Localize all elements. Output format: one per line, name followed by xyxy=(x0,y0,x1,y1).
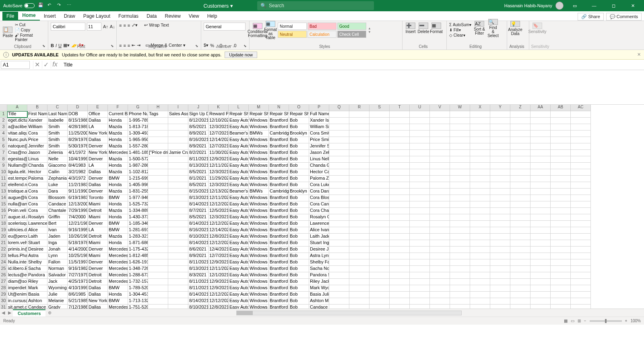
cell[interactable] xyxy=(430,195,450,201)
cell[interactable]: Bob xyxy=(289,266,309,272)
column-header[interactable]: G xyxy=(128,105,148,111)
cell[interactable]: Easy Auto xyxy=(229,137,249,143)
column-header[interactable]: T xyxy=(390,105,410,111)
cell[interactable]: 8/14/2021 xyxy=(188,292,208,298)
cell[interactable] xyxy=(329,227,349,234)
cell[interactable]: 12/13/202 xyxy=(208,189,229,195)
cell[interactable] xyxy=(490,189,510,195)
cell[interactable] xyxy=(510,247,530,253)
cell[interactable]: nulla@am xyxy=(7,201,27,208)
cell[interactable] xyxy=(510,227,530,234)
align-middle-icon[interactable]: ≡ xyxy=(123,23,126,28)
cell[interactable]: Melanie xyxy=(47,298,68,305)
cell[interactable] xyxy=(390,285,410,292)
cell[interactable] xyxy=(390,227,410,234)
cell[interactable] xyxy=(470,221,490,227)
cell[interactable] xyxy=(148,285,168,292)
align-bottom-icon[interactable]: ≡ xyxy=(128,23,130,28)
tab-formulas[interactable]: Formulas xyxy=(114,12,142,21)
cell[interactable]: Easy Auto xyxy=(229,279,249,285)
cell[interactable]: Bob xyxy=(289,285,309,292)
cell[interactable] xyxy=(329,137,349,143)
message-close-icon[interactable]: ✕ xyxy=(637,52,641,57)
cell[interactable] xyxy=(369,305,390,309)
cell[interactable]: Mercedes xyxy=(108,150,128,156)
cell[interactable]: Stuart Inga xyxy=(309,240,329,247)
cell[interactable]: Miami xyxy=(88,214,108,221)
cell[interactable] xyxy=(470,150,490,156)
cell[interactable]: primis.in@ xyxy=(7,247,27,253)
cell[interactable] xyxy=(168,279,188,285)
cell[interactable] xyxy=(168,292,188,298)
cell[interactable] xyxy=(329,195,349,201)
cell[interactable]: Brantford xyxy=(269,305,289,309)
cell[interactable] xyxy=(329,201,349,208)
cell[interactable]: Xander xyxy=(27,118,47,124)
cell[interactable]: Easy Auto xyxy=(229,305,249,309)
cell[interactable] xyxy=(510,234,530,240)
cell[interactable]: Bob xyxy=(289,305,309,309)
cell[interactable]: BMWs xyxy=(249,131,269,137)
cell[interactable] xyxy=(510,285,530,292)
cell[interactable]: Bob xyxy=(289,124,309,131)
cell[interactable]: 1-405-998-9987 xyxy=(128,182,148,189)
cell[interactable] xyxy=(390,253,410,259)
cell[interactable] xyxy=(349,259,369,266)
cell[interactable]: Mazda xyxy=(108,208,128,214)
cell[interactable]: 1-281-691-4010 xyxy=(128,227,148,234)
cell[interactable]: Ashton Melanie xyxy=(309,298,329,305)
cell[interactable] xyxy=(551,221,571,227)
cell[interactable]: Proin.veli xyxy=(7,208,27,214)
cell[interactable]: Windows xyxy=(249,182,269,189)
cell[interactable]: Brantford xyxy=(269,227,289,234)
cell[interactable]: 1-283-321-7855 xyxy=(128,234,148,240)
cell[interactable]: Ut@enimi xyxy=(7,292,27,298)
cell[interactable]: Windows xyxy=(249,272,269,279)
cell[interactable]: natoque@ xyxy=(7,143,27,150)
cell[interactable] xyxy=(390,234,410,240)
cell[interactable] xyxy=(551,163,571,169)
cell[interactable]: Candace xyxy=(47,201,68,208)
cell[interactable] xyxy=(369,182,390,189)
column-header[interactable]: L xyxy=(229,105,249,111)
cell[interactable] xyxy=(470,201,490,208)
cell[interactable]: Bob xyxy=(289,279,309,285)
cell[interactable]: Dallas xyxy=(88,137,108,143)
cell[interactable]: 8/11/2021 xyxy=(188,156,208,163)
cell[interactable] xyxy=(430,240,450,247)
cell[interactable] xyxy=(470,156,490,163)
cell[interactable]: Brantford xyxy=(269,253,289,259)
cell[interactable]: Paloma Zephania xyxy=(309,176,329,182)
cell[interactable]: 12/12/202 xyxy=(208,201,229,208)
cell[interactable]: Dallas xyxy=(88,292,108,298)
column-header[interactable]: N xyxy=(269,105,289,111)
cell[interactable]: 7/27/1979 xyxy=(68,272,88,279)
tab-home[interactable]: Home xyxy=(18,11,39,21)
cell[interactable]: Mercedes xyxy=(108,266,128,272)
cell[interactable]: Lawrence Bert xyxy=(309,221,329,227)
cell[interactable] xyxy=(329,208,349,214)
cell[interactable]: Julie xyxy=(47,292,68,298)
cell[interactable]: tellus.Pha xyxy=(7,253,27,259)
cell[interactable] xyxy=(410,195,430,201)
minimize-icon[interactable]: — xyxy=(586,0,602,11)
cell[interactable] xyxy=(410,253,430,259)
cell[interactable]: Mercedes xyxy=(108,305,128,309)
cell[interactable] xyxy=(349,189,369,195)
cell[interactable]: 8/6/1985 xyxy=(68,292,88,298)
cell[interactable]: Giacomo xyxy=(47,163,68,169)
cell[interactable]: Brantford xyxy=(269,221,289,227)
cell[interactable] xyxy=(490,234,510,240)
search-input[interactable]: 🔍 Search xyxy=(257,1,374,10)
cell[interactable] xyxy=(168,156,188,163)
cell[interactable] xyxy=(369,176,390,182)
cell[interactable]: Mercedes xyxy=(108,272,128,279)
cell[interactable]: LA xyxy=(88,124,108,131)
cell[interactable] xyxy=(390,247,410,253)
cell[interactable]: Shelby xyxy=(27,259,47,266)
cell[interactable] xyxy=(329,214,349,221)
cell[interactable]: Sales Assc xyxy=(168,111,188,118)
cell[interactable] xyxy=(470,259,490,266)
cell[interactable]: Dallas xyxy=(88,285,108,292)
cell[interactable]: Basia Julie xyxy=(309,292,329,298)
